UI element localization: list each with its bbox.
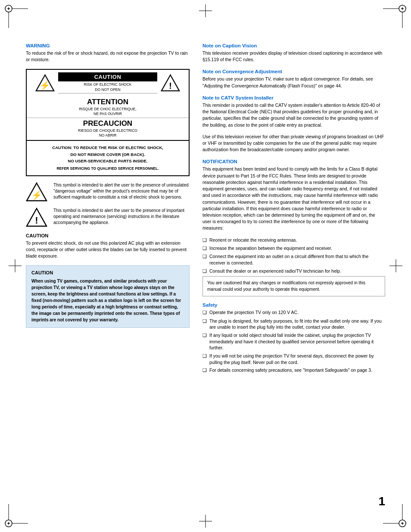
notification-bullet-item: Consult the dealer or an experienced rad… <box>202 268 385 274</box>
convergence-body: Before you use your projection TV, make … <box>202 76 385 89</box>
svg-text:⚡: ⚡ <box>40 80 50 90</box>
page-number: 1 <box>378 495 385 508</box>
catv-section: Note to CATV System Installer This remin… <box>202 95 385 153</box>
notification-bullet-item: Connect the equipment into an outlet on … <box>202 253 385 266</box>
safety-bullet-item: The plug is designed, for safety purpose… <box>202 318 385 330</box>
crosshair-right-mid <box>389 259 402 273</box>
caption-vision-section: Note on Caption Vision This television r… <box>202 43 385 63</box>
symbol1-section: ⚡ This symbol is intended to alert the u… <box>26 182 190 202</box>
notification-bullet-item: Increase the separation between the equi… <box>202 245 385 252</box>
caution-icons-row: ⚡ CAUTION RISK OF ELECTRIC SHOCK DO NOT … <box>27 70 189 96</box>
caution-text-body: To prevent electric shock, do not use th… <box>26 240 190 260</box>
left-column: WARNING To reduce the risk of fire or sh… <box>26 43 190 489</box>
attention-sub1: RISQUE DE CHOC ELECTRIQUE, <box>27 106 189 112</box>
warning-section: WARNING To reduce the risk of fire or sh… <box>26 43 190 63</box>
exclaim-triangle-icon: ! <box>161 73 180 93</box>
precaucion-sub1: RIESGO DE CHOQUE ELECTRICO <box>27 128 189 133</box>
crosshair-bottom <box>199 515 212 528</box>
convergence-section: Note on Convergence Adjustment Before yo… <box>202 69 385 89</box>
notification-bullet-item: Reorient or relocate the receiving anten… <box>202 237 385 243</box>
svg-text:⚡: ⚡ <box>31 190 42 200</box>
risk-line1: RISK OF ELECTRIC SHOCK <box>58 81 157 87</box>
caption-vision-body: This television receiver provides displa… <box>202 50 385 63</box>
caution-note-box: You are cautioned that any changes or mo… <box>202 276 385 296</box>
symbol1-text: This symbol is intended to alert the use… <box>53 182 190 200</box>
warning-line4: REFER SERVICING TO QUALIFIED SERVICE PER… <box>32 166 184 172</box>
blue-caution-body: When using TV games, computers, and simi… <box>31 278 184 323</box>
corner-decoration-tl <box>4 4 30 30</box>
blue-caution-box: CAUTION When using TV games, computers, … <box>26 265 190 328</box>
corner-decoration-tr <box>381 4 407 30</box>
main-content: WARNING To reduce the risk of fire or sh… <box>26 43 385 489</box>
notification-bullets: Reorient or relocate the receiving anten… <box>202 237 385 275</box>
lightning-triangle-icon: ⚡ <box>35 73 55 93</box>
notification-body: This equipment has been tested and found… <box>202 166 385 231</box>
precaucion-label: PRECAUCION <box>27 118 189 128</box>
convergence-title: Note on Convergence Adjustment <box>202 69 385 74</box>
blue-caution-title: CAUTION <box>31 270 184 275</box>
symbol2-text: This symbol is intended to alert the use… <box>53 208 190 226</box>
safety-section: Safety Operate the projection TV only on… <box>202 302 385 374</box>
right-column: Note on Caption Vision This television r… <box>202 43 385 489</box>
crosshair-top <box>199 4 212 17</box>
symbol2-icon: ! <box>26 208 47 228</box>
safety-bullet-item: If you will not be using the projection … <box>202 353 385 365</box>
attention-sub2: NE PAS OUVRIR <box>27 112 189 118</box>
safety-bullet-item: For details concerning safety precaution… <box>202 367 385 373</box>
svg-text:!: ! <box>169 81 172 90</box>
safety-bullets: Operate the projection TV only on 120 V … <box>202 309 385 374</box>
center-caution-box: CAUTION RISK OF ELECTRIC SHOCK DO NOT OP… <box>58 72 157 93</box>
svg-text:!: ! <box>35 215 38 226</box>
notification-title: NOTIFICATION <box>202 159 385 164</box>
precaucion-sub2: NO ABRIR <box>27 133 189 140</box>
caution-text-section: CAUTION To prevent electric shock, do no… <box>26 233 190 260</box>
crosshair-left-mid <box>9 259 22 273</box>
caution-text-box: CAUTION: TO REDUCE THE RISK OF ELECTRIC … <box>27 140 189 175</box>
symbol1-icon: ⚡ <box>26 182 47 202</box>
risk-line2: DO NOT OPEN <box>58 87 157 93</box>
page: WARNING To reduce the risk of fire or sh… <box>0 0 411 532</box>
catv-body1: This reminder is provided to call the CA… <box>202 102 385 128</box>
warning-line2: DO NOT REMOVE COVER (OR BACK). <box>32 151 184 158</box>
warning-line1: CAUTION: TO REDUCE THE RISK OF ELECTRIC … <box>32 144 184 151</box>
symbol2-section: ! This symbol is intended to alert the u… <box>26 208 190 228</box>
corner-decoration-bl <box>4 502 30 528</box>
safety-bullet-item: If any liquid or solid object should fal… <box>202 332 385 351</box>
attention-label: ATTENTION <box>27 96 189 106</box>
warning-line3: NO USER-SERVICEABLE PARTS INSIDE. <box>32 158 184 164</box>
warning-title: WARNING <box>26 43 190 48</box>
catv-title: Note to CATV System Installer <box>202 95 385 100</box>
notification-section: NOTIFICATION This equipment has been tes… <box>202 159 385 296</box>
caption-vision-title: Note on Caption Vision <box>202 43 385 48</box>
safety-bullet-item: Operate the projection TV only on 120 V … <box>202 309 385 316</box>
catv-body2: Use of this television receiver for othe… <box>202 134 385 153</box>
safety-title: Safety <box>202 302 385 308</box>
caution-text-title: CAUTION <box>26 233 190 238</box>
caution-image-box: ⚡ CAUTION RISK OF ELECTRIC SHOCK DO NOT … <box>26 69 190 176</box>
caution-header-label: CAUTION <box>58 72 157 81</box>
warning-body: To reduce the risk of fire or shock haza… <box>26 50 190 63</box>
